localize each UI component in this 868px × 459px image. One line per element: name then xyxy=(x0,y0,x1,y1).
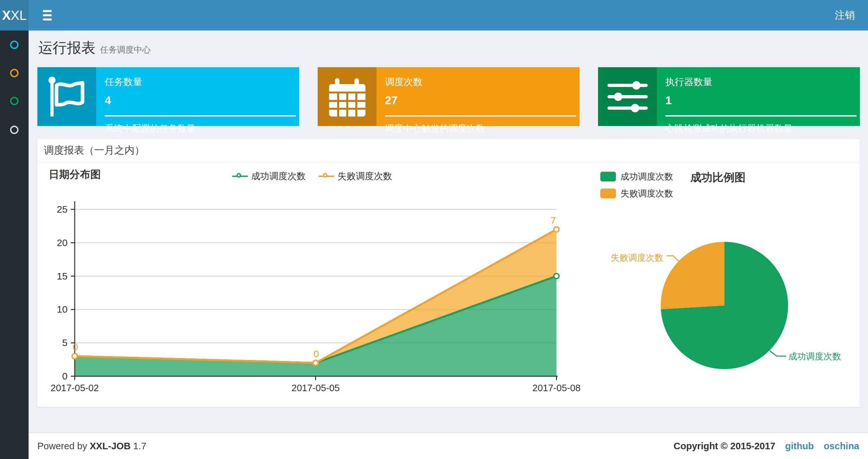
circle-icon xyxy=(10,97,19,105)
circle-icon xyxy=(10,69,19,77)
info-box-label: 调度次数 xyxy=(385,76,576,89)
sidebar-item-executors[interactable] xyxy=(0,89,29,112)
info-box-value: 27 xyxy=(385,94,576,107)
page-header: 运行报表任务调度中心 xyxy=(38,38,151,58)
oschina-link[interactable]: oschina xyxy=(824,441,859,451)
app-logo[interactable]: XXL xyxy=(0,0,29,31)
line-circle-marker-icon xyxy=(232,173,248,179)
legend-item-success[interactable]: 成功调度次数 xyxy=(600,171,673,183)
info-box-value: 1 xyxy=(665,94,857,107)
svg-text:15: 15 xyxy=(57,271,68,282)
sidebar-item-jobs[interactable] xyxy=(0,61,29,85)
circle-icon xyxy=(10,126,19,134)
logo-text-light: XL xyxy=(11,8,27,23)
hamburger-icon xyxy=(43,10,52,12)
sliders-icon xyxy=(598,67,657,126)
swatch-icon xyxy=(600,172,616,182)
legend-item-success[interactable]: 成功调度次数 xyxy=(232,170,306,183)
divider xyxy=(104,115,296,117)
info-box-triggers: 调度次数 27 调度中心触发的调度次数 xyxy=(318,67,580,126)
line-chart-legend: 成功调度次数 失败调度次数 xyxy=(232,170,392,183)
divider xyxy=(385,115,576,117)
svg-text:2017-05-02: 2017-05-02 xyxy=(51,383,99,393)
svg-text:0: 0 xyxy=(73,341,78,352)
pie-chart-title: 成功比例图 xyxy=(690,170,746,185)
report-panel: 调度报表（一月之内） 日期分布图 成功调度次数 失败调度次数 051015202… xyxy=(37,139,860,407)
svg-text:20: 20 xyxy=(57,237,68,248)
logo-text-bold: X xyxy=(2,8,11,23)
swatch-icon xyxy=(600,189,616,198)
legend-item-fail[interactable]: 失败调度次数 xyxy=(600,188,673,199)
circle-icon xyxy=(10,40,19,49)
info-box-description: 心跳检测成功的执行器机器数量 xyxy=(665,122,857,135)
pie-label-success: 成功调度次数 xyxy=(788,351,841,362)
svg-text:2017-05-05: 2017-05-05 xyxy=(291,383,339,393)
sidebar-item-dashboard[interactable] xyxy=(0,33,29,57)
svg-text:0: 0 xyxy=(62,371,68,382)
info-box-value: 4 xyxy=(104,94,296,107)
legend-item-fail[interactable]: 失败调度次数 xyxy=(319,170,392,183)
page-subtitle: 任务调度中心 xyxy=(100,45,151,55)
svg-text:25: 25 xyxy=(57,204,68,215)
svg-text:7: 7 xyxy=(551,215,556,226)
info-box-label: 执行器数量 xyxy=(665,76,857,89)
left-sidebar xyxy=(0,31,29,459)
info-box-jobs: 任务数量 4 系统中配置的任务数量 xyxy=(37,67,299,126)
flag-icon xyxy=(37,67,96,126)
info-box-executors: 执行器数量 1 心跳检测成功的执行器机器数量 xyxy=(598,67,860,126)
svg-text:0: 0 xyxy=(313,348,319,359)
xxl-job-dashboard: XXL 注销 运行报表任务调度中心 任务数量 4 系统中配置的任务数量 xyxy=(0,0,868,459)
line-chart-title: 日期分布图 xyxy=(49,167,101,182)
line-circle-marker-icon xyxy=(319,173,334,179)
pie-chart-legend: 成功调度次数 失败调度次数 xyxy=(600,171,673,199)
svg-text:5: 5 xyxy=(62,337,68,348)
sidebar-toggle-button[interactable] xyxy=(34,0,60,31)
logout-link[interactable]: 注销 xyxy=(822,0,868,31)
page-title: 运行报表 xyxy=(38,40,95,56)
svg-text:2017-05-08: 2017-05-08 xyxy=(532,383,581,393)
github-link[interactable]: github xyxy=(785,441,814,451)
sidebar-item-help[interactable] xyxy=(0,118,29,141)
info-box-description: 系统中配置的任务数量 xyxy=(104,122,296,135)
copyright: Copyright © 2015-2017 github oschina xyxy=(674,441,859,452)
pie-label-fail: 失败调度次数 xyxy=(611,252,663,264)
info-box-description: 调度中心触发的调度次数 xyxy=(385,122,576,135)
divider xyxy=(665,115,857,117)
calendar-icon xyxy=(318,67,376,126)
top-navbar: XXL 注销 xyxy=(0,0,868,31)
info-box-label: 任务数量 xyxy=(104,76,296,89)
powered-by: Powered by XXL-JOB 1.7 xyxy=(37,441,146,452)
panel-title: 调度报表（一月之内） xyxy=(37,139,860,162)
date-distribution-area-chart: 05101520252017-05-022017-05-052017-05-08… xyxy=(37,182,619,409)
page-footer: Powered by XXL-JOB 1.7 Copyright © 2015-… xyxy=(29,433,868,459)
svg-text:10: 10 xyxy=(57,304,68,315)
